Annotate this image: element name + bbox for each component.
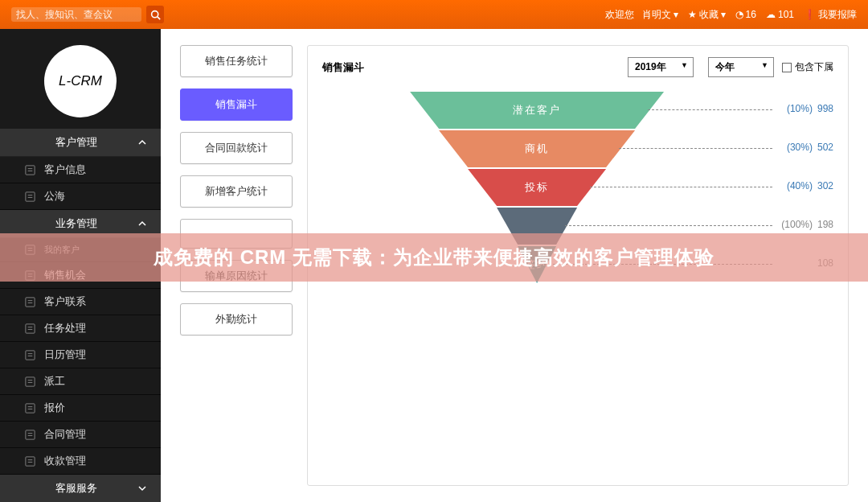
nav-item[interactable]: 日历管理 <box>0 342 161 368</box>
nav-group[interactable]: 客服服务 <box>0 475 161 502</box>
funnel-segment: 投标 <box>468 169 606 206</box>
search-icon <box>150 10 161 20</box>
funnel-leader-line <box>648 109 772 110</box>
nav-item[interactable]: 收款管理 <box>0 448 161 475</box>
funnel-value-label: (10%)998 <box>787 103 833 114</box>
stat-button[interactable] <box>180 219 293 249</box>
svg-rect-26 <box>26 403 35 412</box>
chart-title: 销售漏斗 <box>322 60 364 75</box>
stat-button[interactable]: 合同回款统计 <box>180 132 293 164</box>
chevron-up-icon <box>138 220 146 228</box>
svg-rect-23 <box>26 376 35 385</box>
nav-item[interactable]: 报价 <box>0 395 161 422</box>
funnel-chart: 潜在客户(10%)998商机(30%)502投标(40%)302(100%)19… <box>322 92 833 397</box>
svg-line-1 <box>157 16 159 19</box>
period-select[interactable]: 今年 <box>708 57 774 77</box>
content-area: 销售任务统计销售漏斗合同回款统计新增客户统计 输单原因统计外勤统计 销售漏斗 2… <box>161 29 868 502</box>
funnel-row: 签约108 <box>322 246 833 283</box>
badge-1[interactable]: ◔ 16 <box>735 9 756 20</box>
favorites-link[interactable]: ★ 收藏 ▾ <box>688 8 726 22</box>
funnel-row: 潜在客户(10%)998 <box>322 92 833 129</box>
funnel-segment: 商机 <box>439 130 635 167</box>
funnel-leader-line <box>590 187 772 187</box>
svg-rect-32 <box>26 456 35 465</box>
doc-icon <box>24 376 36 388</box>
svg-rect-5 <box>26 191 35 200</box>
top-bar: 欢迎您 肖明文 ▾ ★ 收藏 ▾ ◔ 16 ☁ 101 ❗ 我要报障 <box>0 0 868 29</box>
svg-rect-11 <box>26 270 35 279</box>
svg-rect-29 <box>26 430 35 438</box>
doc-icon <box>24 455 36 467</box>
funnel-segment <box>497 208 577 245</box>
svg-rect-2 <box>26 165 35 174</box>
chart-panel: 销售漏斗 2019年 今年 包含下属 潜在客户(10%)998商机(30%)50… <box>307 45 849 486</box>
funnel-row: 投标(40%)302 <box>322 169 833 206</box>
nav-item[interactable]: 客户联系 <box>0 289 161 315</box>
funnel-segment: 潜在客户 <box>410 92 664 129</box>
doc-icon <box>24 191 36 203</box>
svg-rect-14 <box>26 297 35 306</box>
funnel-row: (100%)198 <box>322 208 833 245</box>
funnel-row: 商机(30%)502 <box>322 130 833 167</box>
logo: L-CRM <box>44 45 117 117</box>
doc-icon <box>24 349 36 361</box>
checkbox-icon <box>782 63 792 72</box>
top-right: 欢迎您 肖明文 ▾ ★ 收藏 ▾ ◔ 16 ☁ 101 ❗ 我要报障 <box>605 8 857 22</box>
funnel-value-label: (100%)198 <box>781 219 833 230</box>
search-button[interactable] <box>146 6 164 23</box>
search-input[interactable] <box>16 9 137 20</box>
nav-item[interactable]: 合同管理 <box>0 422 161 448</box>
chart-header: 销售漏斗 2019年 今年 包含下属 <box>322 57 833 77</box>
svg-rect-8 <box>26 245 35 254</box>
doc-icon <box>24 270 36 282</box>
stat-button-column: 销售任务统计销售漏斗合同回款统计新增客户统计 输单原因统计外勤统计 <box>180 45 293 486</box>
funnel-leader-line <box>619 148 772 149</box>
chevron-up-icon <box>138 138 146 146</box>
welcome-text: 欢迎您 肖明文 ▾ <box>605 8 678 22</box>
include-sub-checkbox[interactable]: 包含下属 <box>782 60 833 74</box>
nav-item[interactable]: 客户信息 <box>0 157 161 183</box>
doc-icon <box>24 429 36 441</box>
doc-icon <box>24 323 36 335</box>
search-wrap <box>11 7 141 22</box>
funnel-value-label: 108 <box>813 257 833 269</box>
funnel-leader-line <box>565 225 772 226</box>
nav-item[interactable]: 公海 <box>0 183 161 210</box>
nav-item[interactable]: 派工 <box>0 368 161 395</box>
report-link[interactable]: ❗ 我要报障 <box>804 8 857 22</box>
year-select[interactable]: 2019年 <box>628 57 694 77</box>
stat-button[interactable]: 销售漏斗 <box>180 88 293 121</box>
svg-rect-17 <box>26 323 35 332</box>
nav-group[interactable]: 业务管理 <box>0 210 161 238</box>
doc-icon <box>24 296 36 308</box>
doc-icon <box>24 402 36 414</box>
logo-wrap: L-CRM <box>0 29 161 129</box>
svg-point-0 <box>151 10 158 17</box>
funnel-value-label: (30%)502 <box>787 142 833 153</box>
stat-button[interactable]: 销售任务统计 <box>180 45 293 77</box>
stat-button[interactable]: 输单原因统计 <box>180 260 293 292</box>
chevron-down-icon <box>138 484 146 492</box>
nav-group[interactable]: 客户管理 <box>0 129 161 157</box>
sidebar: L-CRM 客户管理客户信息公海业务管理我的客户销售机会客户联系任务处理日历管理… <box>0 29 161 502</box>
stat-button[interactable]: 外勤统计 <box>180 303 293 335</box>
nav-item[interactable]: 我的客户 <box>0 238 161 262</box>
svg-rect-20 <box>26 350 35 359</box>
doc-icon <box>24 244 36 256</box>
stat-button[interactable]: 新增客户统计 <box>180 175 293 208</box>
nav-item[interactable]: 销售机会 <box>0 262 161 289</box>
funnel-leader-line <box>545 264 772 265</box>
doc-icon <box>24 164 36 176</box>
funnel-value-label: (40%)302 <box>787 180 833 191</box>
nav-item[interactable]: 任务处理 <box>0 315 161 342</box>
funnel-segment: 签约 <box>518 246 556 283</box>
badge-2[interactable]: ☁ 101 <box>766 9 794 20</box>
